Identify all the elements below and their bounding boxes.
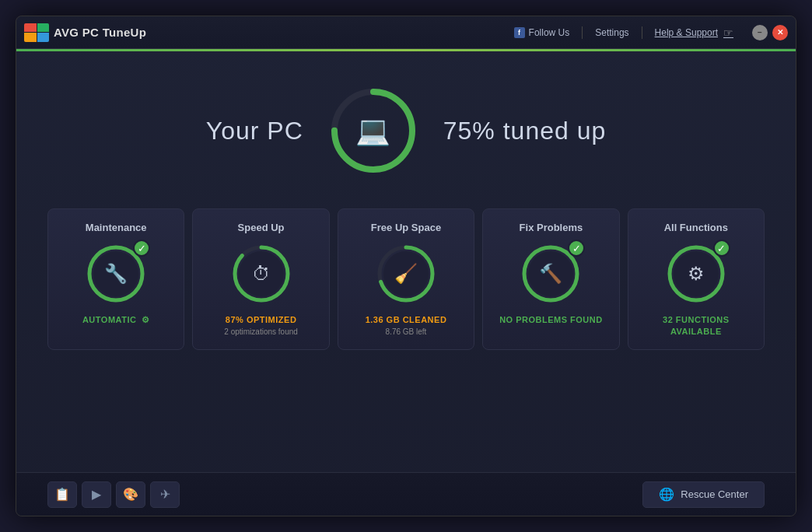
close-button[interactable]: ✕: [772, 25, 788, 40]
maintenance-title: Maintenance: [86, 222, 147, 233]
follow-us-link[interactable]: f Follow Us: [514, 27, 570, 38]
titlebar-right: f Follow Us Settings Help & Support − ✕: [514, 25, 788, 40]
free-up-icon: 🧹: [383, 251, 429, 296]
tool-airplane-button[interactable]: ✈: [150, 481, 180, 508]
speed-up-icon: ⏱: [239, 251, 284, 296]
avg-logo: AVG PC TuneUp: [24, 23, 146, 42]
hero-text-right: 75% tuned up: [443, 117, 607, 145]
cards-row: Maintenance 🔧 ✓ AUTOMATIC ⚙ Speed Up: [47, 208, 765, 350]
maintenance-circle: 🔧 ✓: [85, 243, 147, 305]
app-window: AVG PC TuneUp f Follow Us Settings Help …: [16, 16, 796, 516]
all-functions-status: 32 FUNCTIONSAVAILABLE: [663, 314, 729, 338]
all-functions-badge: ✓: [713, 240, 730, 257]
fix-problems-status: NO PROBLEMS FOUND: [499, 314, 603, 326]
maintenance-card[interactable]: Maintenance 🔧 ✓ AUTOMATIC ⚙: [47, 208, 184, 350]
rescue-center-label: Rescue Center: [681, 488, 748, 500]
speed-up-substatus: 2 optimizations found: [224, 327, 298, 336]
tool-report-button[interactable]: 📋: [47, 481, 77, 508]
window-controls: − ✕: [752, 25, 788, 40]
speed-up-title: Speed Up: [238, 222, 285, 233]
all-functions-card[interactable]: All Functions ⚙ ✓ 32 FUNCTIONSAVAILABLE: [628, 208, 765, 350]
fix-problems-badge: ✓: [568, 240, 585, 257]
minimize-button[interactable]: −: [752, 25, 768, 40]
free-up-status: 1.36 GB CLEANED: [366, 314, 447, 326]
facebook-icon: f: [514, 27, 525, 38]
tool-play-button[interactable]: ▶: [82, 481, 111, 508]
maintenance-status: AUTOMATIC ⚙: [82, 314, 150, 326]
speed-up-card[interactable]: Speed Up ⏱ 87% OPTIMIZED 2 optimizations…: [192, 208, 329, 350]
bottom-tools: 📋 ▶ 🎨 ✈: [47, 481, 180, 508]
avg-icon: [24, 23, 49, 42]
fix-problems-icon: 🔨: [528, 251, 573, 296]
free-up-space-card[interactable]: Free Up Space 🧹 1.36 GB CLEANED 8.76 GB …: [338, 208, 474, 350]
rescue-center-button[interactable]: 🌐 Rescue Center: [642, 481, 765, 508]
help-support-link[interactable]: Help & Support: [655, 26, 733, 39]
speed-up-status: 87% OPTIMIZED: [226, 314, 296, 326]
theme-icon: 🎨: [123, 487, 138, 502]
follow-us-label: Follow Us: [529, 27, 570, 38]
settings-link[interactable]: Settings: [595, 27, 628, 38]
all-functions-circle: ⚙ ✓: [665, 243, 727, 305]
free-up-circle: 🧹: [375, 243, 437, 305]
divider-1: [582, 26, 583, 39]
speed-up-circle: ⏱: [230, 243, 292, 305]
report-icon: 📋: [54, 487, 70, 502]
gear-icon: ⚙: [142, 315, 150, 324]
hero-section: Your PC 💻 75% tuned up: [47, 84, 765, 177]
maintenance-badge: ✓: [133, 240, 150, 257]
laptop-icon: 💻: [355, 114, 390, 147]
all-functions-icon: ⚙: [674, 251, 719, 296]
free-up-space-title: Free Up Space: [371, 222, 441, 233]
maintenance-icon: 🔧: [93, 251, 138, 296]
airplane-icon: ✈: [160, 487, 170, 502]
free-up-substatus: 8.76 GB left: [386, 327, 427, 336]
hero-text-left: Your PC: [206, 117, 303, 145]
tool-theme-button[interactable]: 🎨: [116, 481, 145, 508]
tuneup-progress-circle: 💻: [327, 84, 420, 177]
titlebar: AVG PC TuneUp f Follow Us Settings Help …: [16, 16, 796, 49]
accent-bar: [16, 49, 796, 51]
fix-problems-title: Fix Problems: [520, 222, 583, 233]
help-support-label: Help & Support: [655, 27, 718, 38]
settings-label: Settings: [595, 27, 628, 38]
rescue-globe-icon: 🌐: [659, 487, 674, 502]
play-icon: ▶: [92, 487, 101, 502]
fix-problems-card[interactable]: Fix Problems 🔨 ✓ NO PROBLEMS FOUND: [482, 208, 619, 350]
bottom-bar: 📋 ▶ 🎨 ✈ 🌐 Rescue Center: [16, 472, 796, 516]
divider-2: [642, 26, 642, 39]
titlebar-left: AVG PC TuneUp: [24, 23, 146, 42]
app-title: AVG PC TuneUp: [54, 26, 146, 39]
circle-laptop-icon: 💻: [355, 114, 390, 147]
all-functions-title: All Functions: [664, 222, 728, 233]
fix-problems-circle: 🔨 ✓: [520, 243, 582, 305]
main-content: Your PC 💻 75% tuned up Maintenance: [16, 49, 796, 366]
